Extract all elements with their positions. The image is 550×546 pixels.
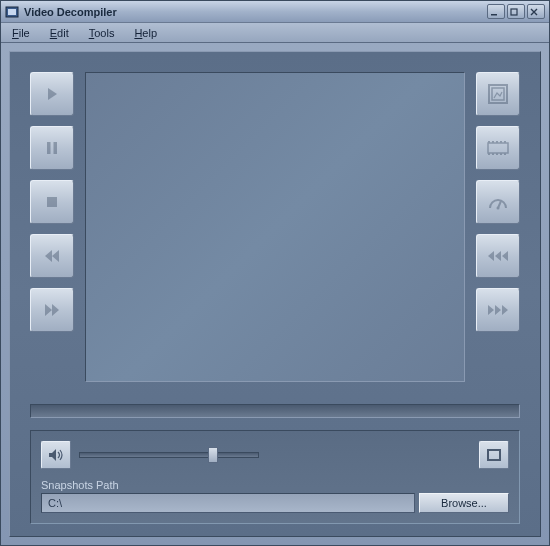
svg-rect-15 [488, 153, 490, 155]
pause-icon [43, 139, 61, 157]
client-area: Snapshots Path Browse... [9, 51, 541, 537]
browse-button[interactable]: Browse... [419, 493, 509, 513]
video-display [85, 72, 465, 382]
menu-tools[interactable]: Tools [86, 25, 118, 41]
film-button[interactable] [476, 126, 520, 170]
snapshots-path-input[interactable] [41, 493, 415, 513]
menu-file[interactable]: File [9, 25, 33, 41]
svg-rect-11 [492, 141, 494, 143]
film-icon [486, 139, 510, 157]
step-back-button[interactable] [476, 234, 520, 278]
bottom-panel: Snapshots Path Browse... [30, 430, 520, 524]
svg-rect-21 [488, 450, 500, 460]
volume-icon [48, 448, 64, 462]
snapshot-icon [487, 83, 509, 105]
fullscreen-button[interactable] [479, 441, 509, 469]
window-title: Video Decompiler [24, 6, 487, 18]
svg-rect-3 [511, 9, 517, 15]
svg-rect-5 [54, 142, 58, 154]
close-button[interactable] [527, 4, 545, 19]
svg-rect-17 [496, 153, 498, 155]
maximize-button[interactable] [507, 4, 525, 19]
volume-thumb[interactable] [208, 447, 218, 463]
fullscreen-icon [487, 449, 501, 461]
step-forward-icon [486, 303, 510, 317]
close-icon [530, 8, 538, 16]
rewind-button[interactable] [30, 234, 74, 278]
svg-rect-10 [488, 141, 490, 143]
svg-rect-14 [504, 141, 506, 143]
svg-rect-12 [496, 141, 498, 143]
progress-bar[interactable] [30, 404, 520, 418]
stop-icon [43, 193, 61, 211]
step-forward-button[interactable] [476, 288, 520, 332]
svg-rect-2 [491, 14, 497, 16]
svg-rect-6 [47, 197, 57, 207]
speed-button[interactable] [476, 180, 520, 224]
menu-edit[interactable]: Edit [47, 25, 72, 41]
play-button[interactable] [30, 72, 74, 116]
minimize-icon [490, 8, 498, 16]
svg-rect-9 [488, 143, 508, 153]
titlebar[interactable]: Video Decompiler [1, 1, 549, 23]
stop-button[interactable] [30, 180, 74, 224]
menu-help[interactable]: Help [131, 25, 160, 41]
playback-controls [30, 72, 74, 332]
forward-icon [42, 301, 62, 319]
svg-rect-18 [500, 153, 502, 155]
pause-button[interactable] [30, 126, 74, 170]
maximize-icon [510, 8, 518, 16]
step-back-icon [486, 249, 510, 263]
minimize-button[interactable] [487, 4, 505, 19]
tool-controls [476, 72, 520, 332]
volume-slider[interactable] [79, 452, 259, 458]
forward-button[interactable] [30, 288, 74, 332]
svg-rect-19 [504, 153, 506, 155]
svg-point-20 [497, 207, 500, 210]
rewind-icon [42, 247, 62, 265]
svg-rect-1 [8, 9, 16, 15]
menubar: File Edit Tools Help [1, 23, 549, 43]
svg-rect-13 [500, 141, 502, 143]
volume-button[interactable] [41, 441, 71, 469]
play-icon [43, 85, 61, 103]
app-icon [5, 5, 19, 19]
svg-rect-16 [492, 153, 494, 155]
snapshots-path-label: Snapshots Path [41, 479, 509, 491]
speed-icon [487, 193, 509, 211]
svg-rect-4 [47, 142, 51, 154]
app-window: Video Decompiler File Edit Tools Help [0, 0, 550, 546]
snapshot-button[interactable] [476, 72, 520, 116]
